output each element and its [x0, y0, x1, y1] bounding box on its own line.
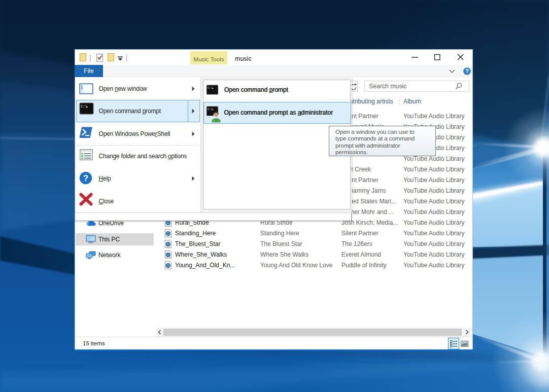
svg-text:?: ?	[465, 68, 469, 74]
svg-text:?: ?	[83, 173, 88, 183]
